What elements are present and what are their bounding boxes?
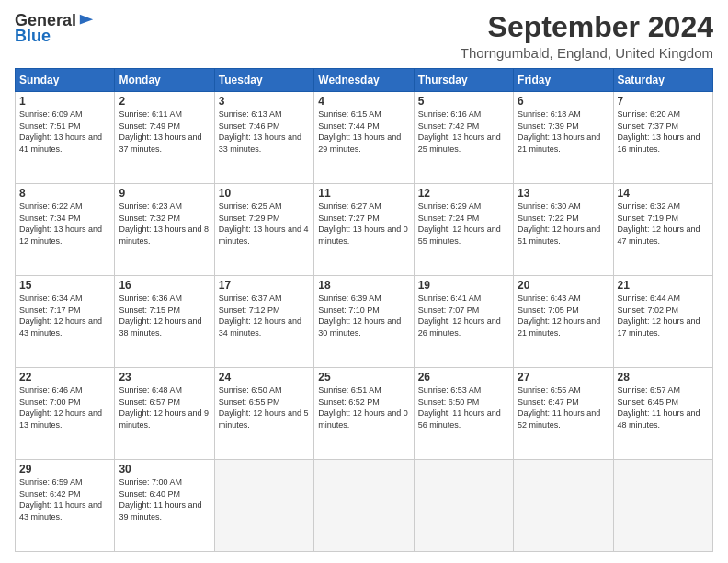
title-section: September 2024 Thorngumbald, England, Un… (461, 11, 713, 61)
day-header-thursday: Thursday (414, 69, 513, 92)
day-info: Sunrise: 6:36 AMSunset: 7:15 PMDaylight:… (119, 293, 210, 339)
calendar-cell: 20Sunrise: 6:43 AMSunset: 7:05 PMDayligh… (514, 276, 613, 368)
page: General Blue September 2024 Thorngumbald… (0, 0, 728, 563)
day-number: 29 (19, 463, 110, 476)
calendar-cell: 9Sunrise: 6:23 AMSunset: 7:32 PMDaylight… (115, 184, 214, 276)
day-number: 16 (119, 279, 210, 292)
calendar-cell: 21Sunrise: 6:44 AMSunset: 7:02 PMDayligh… (613, 276, 712, 368)
day-info: Sunrise: 6:51 AMSunset: 6:52 PMDaylight:… (318, 385, 409, 431)
calendar-cell: 12Sunrise: 6:29 AMSunset: 7:24 PMDayligh… (414, 184, 513, 276)
calendar-cell (514, 460, 613, 552)
calendar-cell: 7Sunrise: 6:20 AMSunset: 7:37 PMDaylight… (613, 92, 712, 184)
day-number: 2 (119, 95, 210, 108)
day-number: 11 (318, 187, 409, 200)
calendar-cell: 1Sunrise: 6:09 AMSunset: 7:51 PMDaylight… (16, 92, 115, 184)
calendar-cell: 23Sunrise: 6:48 AMSunset: 6:57 PMDayligh… (115, 368, 214, 460)
calendar-cell: 4Sunrise: 6:15 AMSunset: 7:44 PMDaylight… (314, 92, 414, 184)
calendar-cell (314, 460, 414, 552)
day-number: 21 (618, 279, 709, 292)
day-header-friday: Friday (514, 69, 613, 92)
calendar-cell: 28Sunrise: 6:57 AMSunset: 6:45 PMDayligh… (613, 368, 712, 460)
day-number: 9 (119, 187, 210, 200)
day-info: Sunrise: 6:57 AMSunset: 6:45 PMDaylight:… (618, 385, 709, 431)
calendar-cell: 17Sunrise: 6:37 AMSunset: 7:12 PMDayligh… (214, 276, 313, 368)
calendar-week-row: 22Sunrise: 6:46 AMSunset: 7:00 PMDayligh… (16, 368, 713, 460)
day-info: Sunrise: 6:41 AMSunset: 7:07 PMDaylight:… (418, 293, 509, 339)
day-number: 26 (418, 371, 509, 384)
calendar-week-row: 29Sunrise: 6:59 AMSunset: 6:42 PMDayligh… (16, 460, 713, 552)
day-header-monday: Monday (115, 69, 214, 92)
day-number: 15 (19, 279, 110, 292)
day-info: Sunrise: 6:13 AMSunset: 7:46 PMDaylight:… (219, 109, 310, 155)
calendar-cell: 26Sunrise: 6:53 AMSunset: 6:50 PMDayligh… (414, 368, 513, 460)
calendar-cell: 11Sunrise: 6:27 AMSunset: 7:27 PMDayligh… (314, 184, 414, 276)
calendar-header-row: SundayMondayTuesdayWednesdayThursdayFrid… (16, 69, 713, 92)
calendar-week-row: 8Sunrise: 6:22 AMSunset: 7:34 PMDaylight… (16, 184, 713, 276)
day-number: 1 (19, 95, 110, 108)
day-number: 4 (318, 95, 409, 108)
day-number: 6 (518, 95, 609, 108)
day-header-wednesday: Wednesday (314, 69, 414, 92)
day-info: Sunrise: 6:55 AMSunset: 6:47 PMDaylight:… (518, 385, 609, 431)
day-number: 24 (219, 371, 310, 384)
day-number: 27 (518, 371, 609, 384)
calendar-cell: 10Sunrise: 6:25 AMSunset: 7:29 PMDayligh… (214, 184, 313, 276)
day-number: 14 (618, 187, 709, 200)
calendar-cell: 18Sunrise: 6:39 AMSunset: 7:10 PMDayligh… (314, 276, 414, 368)
calendar-cell: 5Sunrise: 6:16 AMSunset: 7:42 PMDaylight… (414, 92, 513, 184)
day-info: Sunrise: 6:30 AMSunset: 7:22 PMDaylight:… (518, 201, 609, 247)
calendar-cell: 3Sunrise: 6:13 AMSunset: 7:46 PMDaylight… (214, 92, 313, 184)
day-info: Sunrise: 6:48 AMSunset: 6:57 PMDaylight:… (119, 385, 210, 431)
day-info: Sunrise: 6:11 AMSunset: 7:49 PMDaylight:… (119, 109, 210, 155)
day-info: Sunrise: 6:46 AMSunset: 7:00 PMDaylight:… (19, 385, 110, 431)
day-info: Sunrise: 6:39 AMSunset: 7:10 PMDaylight:… (318, 293, 409, 339)
day-info: Sunrise: 6:53 AMSunset: 6:50 PMDaylight:… (418, 385, 509, 431)
day-number: 20 (518, 279, 609, 292)
day-info: Sunrise: 6:59 AMSunset: 6:42 PMDaylight:… (19, 477, 110, 523)
day-info: Sunrise: 6:18 AMSunset: 7:39 PMDaylight:… (518, 109, 609, 155)
day-info: Sunrise: 6:09 AMSunset: 7:51 PMDaylight:… (19, 109, 110, 155)
calendar-cell: 30Sunrise: 7:00 AMSunset: 6:40 PMDayligh… (115, 460, 214, 552)
calendar-cell: 6Sunrise: 6:18 AMSunset: 7:39 PMDaylight… (514, 92, 613, 184)
day-number: 19 (418, 279, 509, 292)
day-number: 23 (119, 371, 210, 384)
calendar-week-row: 15Sunrise: 6:34 AMSunset: 7:17 PMDayligh… (16, 276, 713, 368)
day-number: 17 (219, 279, 310, 292)
day-info: Sunrise: 6:23 AMSunset: 7:32 PMDaylight:… (119, 201, 210, 247)
day-number: 7 (618, 95, 709, 108)
logo: General Blue (15, 11, 95, 46)
calendar-cell: 22Sunrise: 6:46 AMSunset: 7:00 PMDayligh… (16, 368, 115, 460)
calendar-cell: 25Sunrise: 6:51 AMSunset: 6:52 PMDayligh… (314, 368, 414, 460)
day-number: 8 (19, 187, 110, 200)
day-info: Sunrise: 6:16 AMSunset: 7:42 PMDaylight:… (418, 109, 509, 155)
location: Thorngumbald, England, United Kingdom (461, 45, 713, 61)
day-number: 10 (219, 187, 310, 200)
day-number: 22 (19, 371, 110, 384)
calendar-cell: 19Sunrise: 6:41 AMSunset: 7:07 PMDayligh… (414, 276, 513, 368)
calendar-cell (613, 460, 712, 552)
day-info: Sunrise: 6:37 AMSunset: 7:12 PMDaylight:… (219, 293, 310, 339)
day-info: Sunrise: 6:20 AMSunset: 7:37 PMDaylight:… (618, 109, 709, 155)
day-number: 13 (518, 187, 609, 200)
calendar-week-row: 1Sunrise: 6:09 AMSunset: 7:51 PMDaylight… (16, 92, 713, 184)
calendar-cell (414, 460, 513, 552)
calendar-cell: 2Sunrise: 6:11 AMSunset: 7:49 PMDaylight… (115, 92, 214, 184)
calendar-cell: 8Sunrise: 6:22 AMSunset: 7:34 PMDaylight… (16, 184, 115, 276)
calendar-cell: 27Sunrise: 6:55 AMSunset: 6:47 PMDayligh… (514, 368, 613, 460)
calendar-cell: 16Sunrise: 6:36 AMSunset: 7:15 PMDayligh… (115, 276, 214, 368)
day-info: Sunrise: 6:15 AMSunset: 7:44 PMDaylight:… (318, 109, 409, 155)
day-number: 25 (318, 371, 409, 384)
day-header-sunday: Sunday (16, 69, 115, 92)
day-number: 3 (219, 95, 310, 108)
calendar-cell: 24Sunrise: 6:50 AMSunset: 6:55 PMDayligh… (214, 368, 313, 460)
calendar-table: SundayMondayTuesdayWednesdayThursdayFrid… (15, 68, 713, 552)
day-info: Sunrise: 6:34 AMSunset: 7:17 PMDaylight:… (19, 293, 110, 339)
month-title: September 2024 (461, 11, 713, 43)
logo-blue-text: Blue (15, 27, 51, 46)
logo-flag-icon (78, 13, 95, 29)
day-header-tuesday: Tuesday (214, 69, 313, 92)
calendar-cell: 29Sunrise: 6:59 AMSunset: 6:42 PMDayligh… (16, 460, 115, 552)
day-info: Sunrise: 6:27 AMSunset: 7:27 PMDaylight:… (318, 201, 409, 247)
day-info: Sunrise: 7:00 AMSunset: 6:40 PMDaylight:… (119, 477, 210, 523)
header: General Blue September 2024 Thorngumbald… (15, 11, 713, 61)
